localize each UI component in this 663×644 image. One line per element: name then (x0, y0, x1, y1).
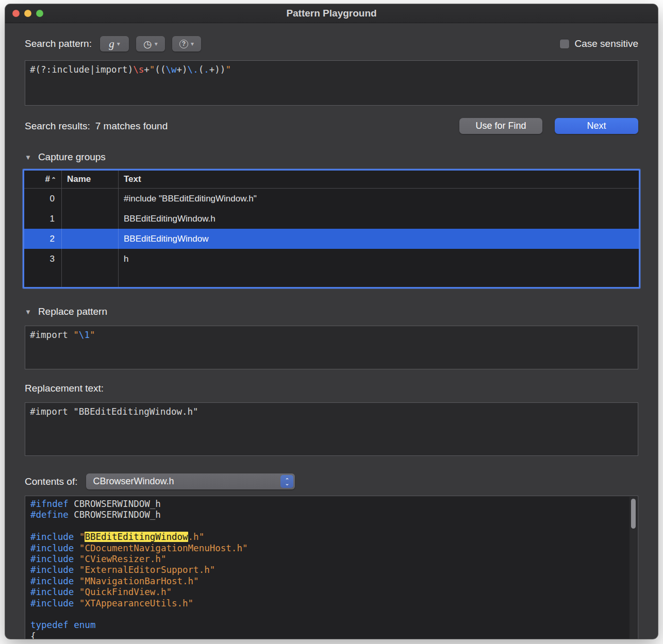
cell-text: BBEditEditingWindow (119, 229, 639, 249)
column-header-number[interactable]: # ⌃ (24, 171, 62, 188)
match-count: 7 matches found (95, 121, 168, 132)
search-results-row: Search results: 7 matches found Use for … (25, 118, 638, 134)
replacement-text-output: #import "BBEditEditingWindow.h" (25, 402, 638, 456)
use-for-find-button[interactable]: Use for Find (459, 118, 542, 134)
cell-number: 2 (24, 229, 62, 249)
search-results-label: Search results: (25, 121, 90, 132)
cell-name (62, 189, 119, 209)
grep-icon: g (109, 39, 114, 49)
chevron-down-icon: ▾ (191, 41, 194, 47)
case-sensitive-checkbox[interactable] (560, 39, 569, 48)
cell-text: h (119, 249, 639, 269)
contents-of-row: Contents of: CBrowserWindow.h ⌃ ⌄ (25, 473, 638, 489)
cell-number: 0 (24, 189, 62, 209)
help-menu-button[interactable]: ? ▾ (172, 36, 201, 52)
search-pattern-label: Search pattern: (25, 38, 92, 49)
search-pattern-toolbar: Search pattern: g ▾ ◷ ▾ ? ▾ Case sensiti… (25, 36, 638, 52)
scrollbar-thumb[interactable] (631, 499, 636, 529)
column-header-name[interactable]: Name (62, 171, 119, 188)
clock-icon: ◷ (143, 39, 152, 49)
capture-groups-table: # ⌃ Name Text 0#include "BBEditEditingWi… (23, 169, 640, 289)
table-row[interactable]: 2BBEditEditingWindow (24, 229, 639, 249)
sort-ascending-icon: ⌃ (51, 176, 56, 183)
file-popup-button[interactable]: CBrowserWindow.h ⌃ ⌄ (86, 473, 295, 489)
chevron-down-icon: ▾ (117, 41, 120, 47)
window-title: Pattern Playground (5, 8, 658, 19)
disclosure-triangle-icon[interactable]: ▼ (25, 154, 31, 161)
pattern-playground-window: Pattern Playground Search pattern: g ▾ ◷… (5, 4, 658, 639)
replace-pattern-header: ▼ Replace pattern (25, 306, 638, 317)
cell-name (62, 229, 119, 249)
file-contents-view[interactable]: #ifndef CBROWSERWINDOW_h#define CBROWSER… (25, 496, 638, 639)
table-row[interactable]: 3h (24, 249, 639, 269)
capture-groups-title: Capture groups (38, 151, 106, 163)
help-icon: ? (179, 40, 188, 48)
cell-number: 3 (24, 249, 62, 269)
next-button[interactable]: Next (555, 118, 638, 134)
table-row[interactable]: 0#include "BBEditEditingWindow.h" (24, 189, 639, 209)
table-header: # ⌃ Name Text (24, 171, 639, 189)
scrollbar-track[interactable] (629, 497, 637, 639)
cell-text: #include "BBEditEditingWindow.h" (119, 189, 639, 209)
capture-groups-table-body: 0#include "BBEditEditingWindow.h"1BBEdit… (24, 189, 639, 287)
replace-pattern-input[interactable]: #import "\1" (25, 326, 638, 369)
chevron-down-icon: ▾ (155, 41, 158, 47)
case-sensitive-control: Case sensitive (560, 38, 638, 49)
cell-name (62, 249, 119, 269)
cell-name (62, 209, 119, 229)
history-menu-button[interactable]: ◷ ▾ (136, 36, 165, 52)
selected-file-name: CBrowserWindow.h (86, 476, 280, 487)
popup-chevrons-icon: ⌃ ⌄ (280, 475, 293, 488)
column-header-text[interactable]: Text (119, 171, 639, 188)
grep-patterns-menu-button[interactable]: g ▾ (100, 36, 129, 52)
contents-of-label: Contents of: (25, 476, 77, 487)
disclosure-triangle-icon[interactable]: ▼ (25, 308, 31, 316)
table-empty-area (24, 269, 639, 287)
cell-text: BBEditEditingWindow.h (119, 209, 639, 229)
case-sensitive-label: Case sensitive (574, 38, 638, 49)
replace-pattern-title: Replace pattern (38, 306, 107, 317)
replacement-text-label: Replacement text: (25, 383, 638, 394)
code-content: #ifndef CBROWSERWINDOW_h#define CBROWSER… (30, 499, 627, 639)
table-row[interactable]: 1BBEditEditingWindow.h (24, 209, 639, 229)
title-bar[interactable]: Pattern Playground (5, 4, 658, 23)
capture-groups-header: ▼ Capture groups (25, 151, 638, 163)
search-pattern-input[interactable]: #(?:include|import)\s+"((\w+)\.(.+))" (25, 60, 638, 106)
cell-number: 1 (24, 209, 62, 229)
